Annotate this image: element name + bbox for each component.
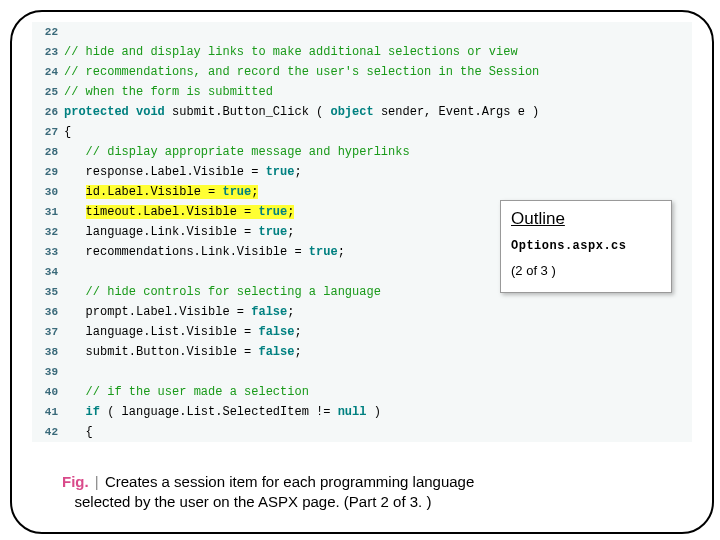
code-line: 27{ bbox=[32, 122, 692, 142]
line-number: 22 bbox=[32, 22, 64, 42]
code-text: response.Label.Visible = true; bbox=[64, 162, 692, 182]
outline-title: Outline bbox=[511, 209, 661, 229]
code-text: // recommendations, and record the user'… bbox=[64, 62, 692, 82]
outline-box: Outline Options.aspx.cs (2 of 3 ) bbox=[500, 200, 672, 293]
code-line: 26protected void submit.Button_Click ( o… bbox=[32, 102, 692, 122]
code-line: 24// recommendations, and record the use… bbox=[32, 62, 692, 82]
code-text: // hide and display links to make additi… bbox=[64, 42, 692, 62]
code-line: 40 // if the user made a selection bbox=[32, 382, 692, 402]
code-text: language.List.Visible = false; bbox=[64, 322, 692, 342]
code-line: 42 { bbox=[32, 422, 692, 442]
outline-part: (2 of 3 ) bbox=[511, 263, 661, 278]
code-text: protected void submit.Button_Click ( obj… bbox=[64, 102, 692, 122]
line-number: 24 bbox=[32, 62, 64, 82]
line-number: 30 bbox=[32, 182, 64, 202]
code-line: 38 submit.Button.Visible = false; bbox=[32, 342, 692, 362]
line-number: 23 bbox=[32, 42, 64, 62]
line-number: 35 bbox=[32, 282, 64, 302]
caption-separator: | bbox=[93, 473, 101, 490]
caption-fig-label: Fig. bbox=[62, 473, 89, 490]
code-line: 39 bbox=[32, 362, 692, 382]
line-number: 39 bbox=[32, 362, 64, 382]
code-line: 22 bbox=[32, 22, 692, 42]
code-text: submit.Button.Visible = false; bbox=[64, 342, 692, 362]
line-number: 41 bbox=[32, 402, 64, 422]
code-text: { bbox=[64, 122, 692, 142]
code-text: if ( language.List.SelectedItem != null … bbox=[64, 402, 692, 422]
line-number: 25 bbox=[32, 82, 64, 102]
line-number: 36 bbox=[32, 302, 64, 322]
slide-frame: 2223// hide and display links to make ad… bbox=[10, 10, 714, 534]
code-text: // when the form is submitted bbox=[64, 82, 692, 102]
code-line: 25// when the form is submitted bbox=[32, 82, 692, 102]
code-text: prompt.Label.Visible = false; bbox=[64, 302, 692, 322]
line-number: 38 bbox=[32, 342, 64, 362]
caption-text-line1: Creates a session item for each programm… bbox=[105, 473, 474, 490]
line-number: 42 bbox=[32, 422, 64, 442]
code-line: 41 if ( language.List.SelectedItem != nu… bbox=[32, 402, 692, 422]
line-number: 32 bbox=[32, 222, 64, 242]
code-line: 36 prompt.Label.Visible = false; bbox=[32, 302, 692, 322]
code-line: 30 id.Label.Visible = true; bbox=[32, 182, 692, 202]
line-number: 40 bbox=[32, 382, 64, 402]
code-text: { bbox=[64, 422, 692, 442]
code-line: 29 response.Label.Visible = true; bbox=[32, 162, 692, 182]
figure-caption: Fig. | Creates a session item for each p… bbox=[62, 472, 672, 513]
line-number: 27 bbox=[32, 122, 64, 142]
code-line: 37 language.List.Visible = false; bbox=[32, 322, 692, 342]
line-number: 28 bbox=[32, 142, 64, 162]
line-number: 31 bbox=[32, 202, 64, 222]
line-number: 26 bbox=[32, 102, 64, 122]
line-number: 34 bbox=[32, 262, 64, 282]
outline-filename: Options.aspx.cs bbox=[511, 239, 661, 253]
caption-text-line2: selected by the user on the ASPX page. (… bbox=[75, 493, 432, 510]
line-number: 37 bbox=[32, 322, 64, 342]
code-text: id.Label.Visible = true; bbox=[64, 182, 692, 202]
code-text: // if the user made a selection bbox=[64, 382, 692, 402]
code-line: 23// hide and display links to make addi… bbox=[32, 42, 692, 62]
line-number: 33 bbox=[32, 242, 64, 262]
code-line: 28 // display appropriate message and hy… bbox=[32, 142, 692, 162]
code-text: // display appropriate message and hyper… bbox=[64, 142, 692, 162]
line-number: 29 bbox=[32, 162, 64, 182]
